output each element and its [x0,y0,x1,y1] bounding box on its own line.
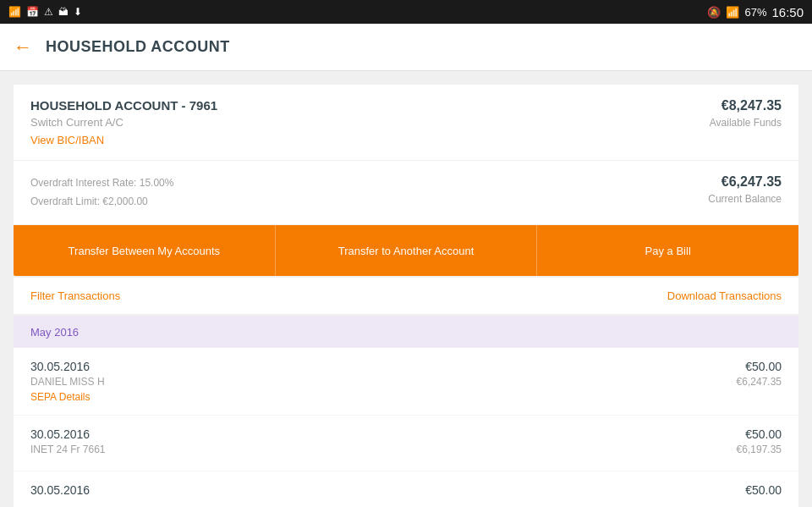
transaction-row: 30.05.2016 €50.00 [14,471,798,507]
status-bar-left: 📶 📅 ⚠ 🏔 ⬇ [8,6,82,18]
transaction-right: €50.00 €6,247.35 [737,360,782,388]
filter-transactions-link[interactable]: Filter Transactions [30,289,120,302]
wifi-icon: 📶 [726,6,739,19]
download-icon: ⬇ [74,6,82,18]
signal-icon: 📶 [8,6,21,18]
transaction-date: 30.05.2016 [30,360,105,373]
transaction-date: 30.05.2016 [30,427,106,441]
status-bar-right: 🔕 📶 67% 16:50 [707,5,804,19]
transfer-another-account-button[interactable]: Transfer to Another Account [276,225,538,276]
calendar-icon: 📅 [26,6,39,18]
overdraft-section: Overdraft Interest Rate: 15.00% Overdraf… [14,161,798,225]
transaction-row: 30.05.2016 INET 24 Fr 7661 €50.00 €6,197… [14,416,798,471]
transaction-date: 30.05.2016 [30,483,90,497]
action-buttons-row: Transfer Between My Accounts Transfer to… [14,225,798,276]
page-header: ← HOUSEHOLD ACCOUNT [0,24,812,71]
pay-bill-button[interactable]: Pay a Bill [537,225,798,276]
transaction-right: €50.00 [745,483,782,499]
account-info-right: €8,247.35 Available Funds [710,98,782,129]
sepa-details-link[interactable]: SEPA Details [30,391,105,403]
account-info-section: HOUSEHOLD ACCOUNT - 7961 Switch Current … [14,85,798,161]
account-info-left: HOUSEHOLD ACCOUNT - 7961 Switch Current … [30,98,217,146]
photo-icon: 🏔 [58,6,69,18]
available-amount: €8,247.35 [710,98,782,113]
transaction-row: 30.05.2016 DANIEL MISS H SEPA Details €5… [14,348,798,416]
month-label: May 2016 [30,326,79,339]
transfer-my-accounts-button[interactable]: Transfer Between My Accounts [14,225,276,276]
transaction-name: DANIEL MISS H [30,376,105,388]
overdraft-right: €6,247.35 Current Balance [708,174,782,205]
transaction-right: €50.00 €6,197.35 [737,427,782,455]
overdraft-rate: Overdraft Interest Rate: 15.00% [30,174,173,193]
back-button[interactable]: ← [14,36,32,58]
current-amount: €6,247.35 [708,174,782,190]
main-content: HOUSEHOLD ACCOUNT - 7961 Switch Current … [0,71,812,507]
transaction-name: INET 24 Fr 7661 [30,444,106,455]
transaction-links-row: Filter Transactions Download Transaction… [14,278,798,314]
transaction-amount: €50.00 [737,427,782,441]
page-title: HOUSEHOLD ACCOUNT [46,38,230,56]
transaction-left: 30.05.2016 [30,483,90,499]
time-display: 16:50 [771,5,804,19]
download-transactions-link[interactable]: Download Transactions [667,289,782,302]
available-label: Available Funds [710,117,782,129]
account-card: HOUSEHOLD ACCOUNT - 7961 Switch Current … [14,85,798,276]
overdraft-left: Overdraft Interest Rate: 15.00% Overdraf… [30,174,173,211]
month-group-header: May 2016 [14,316,798,348]
alert-icon: ⚠ [44,6,53,18]
mute-icon: 🔕 [707,6,721,19]
view-bic-link[interactable]: View BIC/IBAN [30,134,217,146]
status-bar: 📶 📅 ⚠ 🏔 ⬇ 🔕 📶 67% 16:50 [0,0,812,24]
transaction-left: 30.05.2016 DANIEL MISS H SEPA Details [30,360,105,403]
transaction-amount: €50.00 [745,483,782,497]
account-name: HOUSEHOLD ACCOUNT - 7961 [30,98,217,113]
battery-label: 67% [744,6,766,19]
transaction-amount: €50.00 [737,360,782,373]
current-label: Current Balance [708,193,782,205]
transaction-balance: €6,197.35 [737,444,782,455]
overdraft-limit: Overdraft Limit: €2,000.00 [30,193,173,212]
account-subtitle: Switch Current A/C [30,116,217,129]
transaction-left: 30.05.2016 INET 24 Fr 7661 [30,427,106,459]
transaction-balance: €6,247.35 [737,376,782,388]
